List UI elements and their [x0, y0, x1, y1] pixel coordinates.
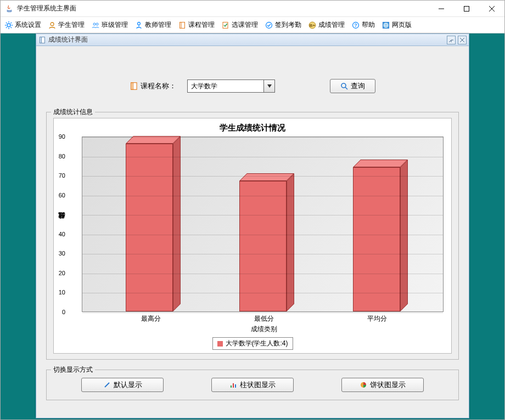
mdi-client: 成绩统计界面 课程名称：: [1, 33, 504, 419]
student-icon: [48, 21, 57, 30]
menu-attend[interactable]: 签到考勤: [263, 19, 303, 31]
svg-rect-20: [223, 22, 228, 28]
svg-marker-35: [267, 84, 272, 88]
menu-score[interactable]: B+成绩管理: [306, 19, 346, 31]
legend-label: 大学数学(学生人数:4): [226, 339, 288, 348]
menu-label: 网页版: [392, 20, 412, 30]
menu-label: 班级管理: [102, 20, 128, 30]
legend-swatch: [217, 341, 223, 347]
menu-web[interactable]: 网页版: [380, 19, 413, 31]
chart-xlabel: 成绩类别: [85, 325, 444, 334]
menu-elect[interactable]: 选课管理: [220, 19, 260, 31]
svg-rect-39: [231, 385, 232, 388]
gear-icon: [4, 21, 13, 30]
teacher-icon: [134, 21, 143, 30]
internal-restore-button[interactable]: [447, 36, 456, 44]
ytick-label: 80: [54, 153, 65, 160]
query-row: 课程名称： 大学数学 查询: [46, 79, 459, 93]
svg-line-11: [11, 22, 12, 24]
chart-xticks: 最高分最低分平均分: [85, 314, 444, 323]
bar-chart-button[interactable]: 柱状图显示: [211, 378, 294, 392]
internal-close-button[interactable]: [458, 36, 467, 44]
menu-label: 签到考勤: [275, 20, 301, 30]
ytick-label: 10: [54, 289, 65, 296]
search-icon: [340, 82, 348, 90]
menu-label: 成绩管理: [318, 20, 345, 30]
svg-rect-40: [233, 383, 234, 388]
menu-student[interactable]: 学生管理: [46, 19, 86, 31]
chevron-down-icon[interactable]: [263, 80, 274, 92]
search-button[interactable]: 查询: [330, 79, 375, 93]
menu-gear[interactable]: 系统设置: [3, 19, 43, 31]
svg-line-38: [105, 383, 109, 387]
course-combobox[interactable]: 大学数学: [187, 80, 275, 93]
svg-line-12: [6, 27, 7, 28]
chart-yticks: 0102030405060708090: [68, 137, 82, 312]
svg-rect-30: [40, 37, 42, 43]
chart-title: 学生成绩统计情况: [56, 123, 449, 133]
chart-plot-area: [82, 137, 444, 312]
pie-chart-button[interactable]: 饼状图显示: [341, 378, 424, 392]
switch-fieldset-title: 切换显示方式: [51, 365, 95, 374]
titlebar: 学生管理系统主界面: [1, 1, 504, 17]
minimize-button[interactable]: [429, 1, 454, 16]
bar-chart-icon: [229, 381, 237, 389]
course-selected-value: 大学数学: [191, 82, 217, 91]
svg-line-9: [6, 22, 7, 24]
help-icon: ?: [351, 21, 360, 30]
menubar: 系统设置学生管理班级管理教师管理课程管理选课管理签到考勤B+成绩管理?帮助网页版: [1, 17, 504, 33]
menu-class[interactable]: 班级管理: [89, 19, 130, 31]
maximize-button[interactable]: [454, 1, 479, 16]
menu-label: 选课管理: [232, 20, 258, 30]
score-icon: B+: [308, 21, 317, 30]
svg-rect-1: [464, 6, 469, 11]
svg-point-15: [96, 23, 98, 25]
ytick-label: 50: [54, 211, 65, 218]
document-icon: [130, 82, 138, 90]
menu-course[interactable]: 课程管理: [176, 19, 216, 31]
xtick-label: 最高分: [127, 314, 175, 323]
svg-text:?: ?: [354, 22, 357, 28]
chart-panel: 学生成绩统计情况 成绩分数 0102030405060708090 最高分最低分: [53, 118, 452, 354]
svg-line-10: [11, 27, 12, 28]
ytick-label: 60: [54, 192, 65, 198]
internal-titlebar: 成绩统计界面: [36, 34, 469, 46]
menu-teacher[interactable]: 教师管理: [133, 19, 173, 31]
main-window: 学生管理系统主界面 系统设置学生管理班级管理教师管理课程管理选课管理签到考勤B+…: [0, 0, 505, 420]
pencil-icon: [103, 381, 111, 389]
ytick-label: 90: [54, 133, 65, 140]
svg-rect-34: [131, 83, 133, 90]
chart-legend: 大学数学(学生人数:4): [56, 337, 449, 350]
close-button[interactable]: [479, 1, 504, 16]
svg-text:B+: B+: [310, 23, 316, 28]
stats-fieldset-title: 成绩统计信息: [51, 107, 95, 117]
svg-point-4: [7, 24, 10, 27]
svg-rect-18: [180, 22, 185, 28]
menu-label: 学生管理: [58, 20, 85, 30]
course-name-label: 课程名称：: [130, 81, 176, 91]
default-display-button[interactable]: 默认显示: [81, 378, 164, 392]
elect-icon: [221, 21, 230, 30]
stats-fieldset: 成绩统计信息 学生成绩统计情况 成绩分数 0102030405060708090: [46, 112, 459, 360]
svg-point-13: [50, 22, 54, 26]
pie-chart-icon: [360, 381, 367, 389]
chart-ylabel: 成绩分数: [56, 137, 68, 312]
switch-fieldset: 切换显示方式 默认显示 柱状图显示: [46, 370, 459, 400]
svg-rect-41: [235, 384, 236, 388]
svg-point-14: [93, 23, 96, 25]
xtick-label: 平均分: [354, 314, 401, 323]
java-icon: [5, 4, 14, 13]
menu-help[interactable]: ?帮助: [350, 19, 377, 31]
ytick-label: 30: [54, 250, 65, 257]
class-icon: [91, 21, 100, 30]
internal-title: 成绩统计界面: [48, 35, 88, 44]
svg-point-36: [341, 83, 346, 88]
stats-internal-frame: 成绩统计界面 课程名称：: [36, 33, 469, 418]
ytick-label: 0: [54, 309, 65, 315]
chart-bar: [239, 181, 287, 311]
search-button-label: 查询: [351, 81, 365, 91]
menu-label: 课程管理: [188, 20, 215, 30]
svg-point-16: [138, 22, 141, 25]
chart-bar: [353, 167, 400, 311]
course-icon: [178, 21, 187, 30]
